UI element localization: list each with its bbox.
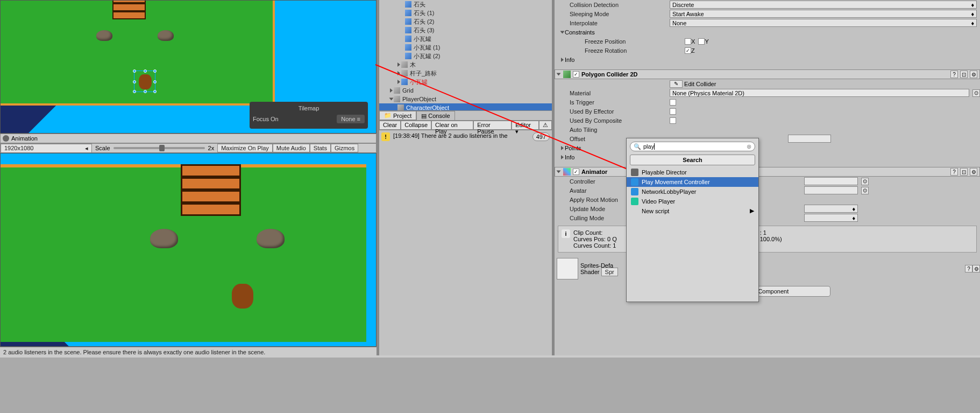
- inspector-panel[interactable]: Collision DetectionDiscrete♦ Sleeping Mo…: [555, 0, 980, 355]
- animator-header[interactable]: ✓ Animator ? ⊡ ⚙: [555, 167, 980, 177]
- expand-icon[interactable]: [557, 73, 561, 76]
- is-trigger-checkbox[interactable]: [670, 99, 676, 106]
- warning-filter-icon[interactable]: ⚠: [539, 121, 552, 130]
- update-mode-dropdown[interactable]: ♦: [804, 205, 858, 213]
- rock-sprite: [96, 30, 112, 41]
- character-sprite: [139, 74, 152, 89]
- collider-icon: [563, 71, 571, 78]
- scene-tooltip: Tilemap Focus On None ≡: [250, 102, 368, 129]
- popup-item[interactable]: Video Player: [627, 197, 758, 206]
- component-enable-checkbox[interactable]: ✓: [573, 169, 579, 175]
- animator-icon: [563, 168, 571, 176]
- used-by-effector-checkbox[interactable]: [670, 108, 676, 115]
- clear-icon[interactable]: ⊗: [747, 143, 751, 150]
- freeze-z-checkbox[interactable]: ✓: [685, 47, 691, 54]
- popup-item[interactable]: Play Movement Controller: [627, 177, 758, 187]
- editor-dropdown[interactable]: Editor ▾: [512, 121, 539, 130]
- object-picker-icon[interactable]: ⊙: [861, 178, 869, 185]
- search-icon: 🔍: [634, 143, 641, 150]
- animation-icon: [3, 135, 9, 142]
- hierarchy-item[interactable]: 石头 (3): [379, 26, 552, 34]
- project-tab[interactable]: 📁 Project: [379, 111, 416, 120]
- ladder-sprite: [181, 164, 241, 226]
- hierarchy-item[interactable]: 小瓦罐 (1): [379, 43, 552, 52]
- hierarchy-item[interactable]: 小瓦罐: [379, 78, 552, 86]
- gear-icon[interactable]: ⚙: [970, 168, 977, 176]
- hierarchy-item[interactable]: Grid: [379, 86, 552, 95]
- component-enable-checkbox[interactable]: ✓: [573, 71, 579, 78]
- hierarchy-item[interactable]: 小瓦罐: [379, 34, 552, 43]
- shader-dropdown[interactable]: Spr: [601, 268, 618, 276]
- console-panel[interactable]: 📁 Project ▤ Console Clear Collapse Clear…: [379, 110, 552, 355]
- gear-icon[interactable]: ⚙: [972, 265, 980, 272]
- hierarchy-item[interactable]: 石头 (2): [379, 17, 552, 26]
- console-message[interactable]: ! [19:38:49] There are 2 audio listeners…: [379, 130, 552, 143]
- hierarchy-item[interactable]: CharacterObject: [379, 103, 552, 110]
- component-search-input[interactable]: 🔍 play ⊗: [630, 142, 755, 151]
- stats-button[interactable]: Stats: [310, 144, 331, 152]
- search-header: Search: [630, 155, 755, 165]
- focus-dropdown[interactable]: None ≡: [337, 115, 365, 123]
- culling-mode-dropdown[interactable]: ♦: [804, 214, 858, 222]
- maximize-button[interactable]: Maximize On Play: [217, 144, 273, 152]
- expand-icon[interactable]: [557, 171, 561, 173]
- hierarchy-item[interactable]: 石头: [379, 0, 552, 9]
- expand-icon[interactable]: [561, 146, 564, 150]
- material-preview-icon: [557, 258, 578, 279]
- character-sprite: [232, 284, 253, 309]
- scene-view[interactable]: Tilemap Focus On None ≡: [0, 0, 377, 134]
- console-tab[interactable]: ▤ Console: [416, 111, 455, 120]
- animation-tab[interactable]: Animation: [0, 134, 377, 143]
- expand-icon[interactable]: [561, 58, 564, 62]
- game-toolbar: 1920x1080 ◂ Scale 2x Maximize On Play Mu…: [0, 143, 377, 153]
- sleeping-mode-dropdown[interactable]: Start Awake♦: [670, 10, 977, 18]
- clear-on-play-button[interactable]: Clear on Play: [431, 121, 473, 130]
- hierarchy-item[interactable]: 石头 (1): [379, 9, 552, 17]
- object-picker-icon[interactable]: ⊙: [972, 89, 980, 97]
- selection-gizmo[interactable]: [134, 71, 155, 92]
- warning-icon: !: [381, 132, 390, 141]
- clip-info-box: i Clip Count: Curves Pos: 0 Q Curves Cou…: [558, 226, 977, 253]
- preset-icon[interactable]: ⊡: [960, 71, 968, 78]
- popup-item[interactable]: New script▶: [627, 206, 758, 215]
- help-icon[interactable]: ?: [950, 71, 958, 78]
- popup-item[interactable]: Playable Director: [627, 167, 758, 177]
- expand-icon[interactable]: [561, 155, 564, 159]
- gear-icon[interactable]: ⚙: [970, 71, 977, 78]
- hierarchy-panel[interactable]: 石头石头 (1)石头 (2)石头 (3)小瓦罐小瓦罐 (1)小瓦罐 (2)木杆子…: [379, 0, 552, 110]
- material-field[interactable]: None (Physics Material 2D): [670, 89, 969, 97]
- error-pause-button[interactable]: Error Pause: [473, 121, 512, 130]
- expand-icon[interactable]: [560, 31, 565, 33]
- controller-field[interactable]: [804, 177, 858, 185]
- scale-slider[interactable]: [113, 147, 205, 149]
- hierarchy-item[interactable]: 杆子_路标: [379, 69, 552, 78]
- collision-detection-dropdown[interactable]: Discrete♦: [670, 1, 977, 9]
- avatar-field[interactable]: [804, 186, 858, 194]
- help-icon[interactable]: ?: [950, 168, 958, 176]
- rock-sprite: [158, 30, 174, 41]
- freeze-y-checkbox[interactable]: [698, 38, 705, 45]
- resolution-dropdown[interactable]: 1920x1080 ◂: [1, 144, 92, 153]
- edit-collider-button[interactable]: ✎: [670, 80, 683, 88]
- component-search-popup[interactable]: 🔍 play ⊗ Search Playable DirectorPlay Mo…: [626, 138, 759, 302]
- offset-field[interactable]: [788, 135, 831, 143]
- rock-sprite: [257, 229, 285, 248]
- help-icon[interactable]: ?: [965, 265, 972, 272]
- freeze-x-checkbox[interactable]: [685, 38, 691, 45]
- collapse-button[interactable]: Collapse: [401, 121, 431, 130]
- clear-button[interactable]: Clear: [379, 121, 401, 130]
- polygon-collider-header[interactable]: ✓ Polygon Collider 2D ? ⊡ ⚙: [555, 69, 980, 79]
- game-view[interactable]: [0, 153, 377, 347]
- material-header[interactable]: Sprites-Defa Shader Spr ? ⚙: [555, 256, 980, 282]
- hierarchy-item[interactable]: 小瓦罐 (2): [379, 52, 552, 60]
- used-by-composite-checkbox[interactable]: [670, 117, 676, 124]
- popup-item[interactable]: NetworkLobbyPlayer: [627, 187, 758, 197]
- hierarchy-item[interactable]: 木: [379, 60, 552, 69]
- object-picker-icon[interactable]: ⊙: [861, 187, 869, 194]
- mute-audio-button[interactable]: Mute Audio: [273, 144, 310, 152]
- gizmos-button[interactable]: Gizmos: [331, 144, 358, 152]
- interpolate-dropdown[interactable]: None♦: [670, 19, 977, 27]
- preset-icon[interactable]: ⊡: [960, 168, 968, 176]
- ladder-sprite: [112, 1, 146, 22]
- hierarchy-item[interactable]: PlayerObject: [379, 95, 552, 103]
